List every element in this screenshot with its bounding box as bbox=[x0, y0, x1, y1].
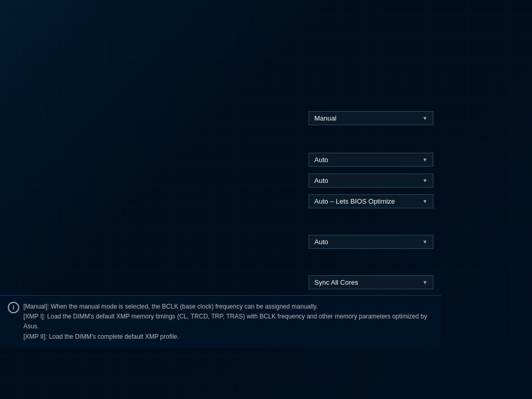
bclk-spread-spectrum-dropdown[interactable]: Auto ▼ bbox=[309, 153, 433, 167]
dropdown-arrow-icon-2: ▼ bbox=[422, 157, 428, 163]
info-text: [Manual]: When the manual mode is select… bbox=[23, 302, 433, 342]
ai-overclock-tuner-value: Manual bbox=[314, 114, 337, 122]
dropdown-arrow-icon-6: ▼ bbox=[422, 280, 428, 285]
multicore-enhancement-dropdown[interactable]: Auto – Lets BIOS Optimize ▼ bbox=[309, 194, 433, 208]
info-line-0: [Manual]: When the manual mode is select… bbox=[23, 302, 433, 312]
app-wrapper: / ASUS UEFI BIOS Utility – Advanced Mode… bbox=[0, 0, 532, 399]
svid-behavior-value: Auto bbox=[314, 238, 328, 246]
ai-overclock-tuner-dropdown[interactable]: Manual ▼ bbox=[309, 111, 433, 125]
info-line-1: [XMP I]: Load the DIMM's default XMP mem… bbox=[23, 312, 433, 331]
dropdown-arrow-icon-5: ▼ bbox=[422, 239, 428, 245]
bclk-spread-spectrum-value: Auto bbox=[314, 156, 328, 164]
intel-adaptive-boost-dropdown[interactable]: Auto ▼ bbox=[309, 174, 433, 188]
info-line-2: [XMP II]: Load the DIMM's complete defau… bbox=[23, 332, 433, 342]
svid-behavior-dropdown[interactable]: Auto ▼ bbox=[309, 235, 433, 249]
dropdown-arrow-icon: ▼ bbox=[422, 115, 428, 121]
cpu-core-ratio-dropdown[interactable]: Sync All Cores ▼ bbox=[309, 275, 433, 289]
cpu-core-ratio-value: Sync All Cores bbox=[314, 278, 358, 286]
info-icon: i bbox=[8, 302, 19, 313]
info-box: i [Manual]: When the manual mode is sele… bbox=[0, 295, 441, 348]
dropdown-arrow-icon-4: ▼ bbox=[422, 198, 428, 204]
intel-adaptive-boost-value: Auto bbox=[314, 177, 328, 184]
dropdown-arrow-icon-3: ▼ bbox=[422, 178, 428, 183]
multicore-enhancement-value: Auto – Lets BIOS Optimize bbox=[314, 197, 395, 205]
